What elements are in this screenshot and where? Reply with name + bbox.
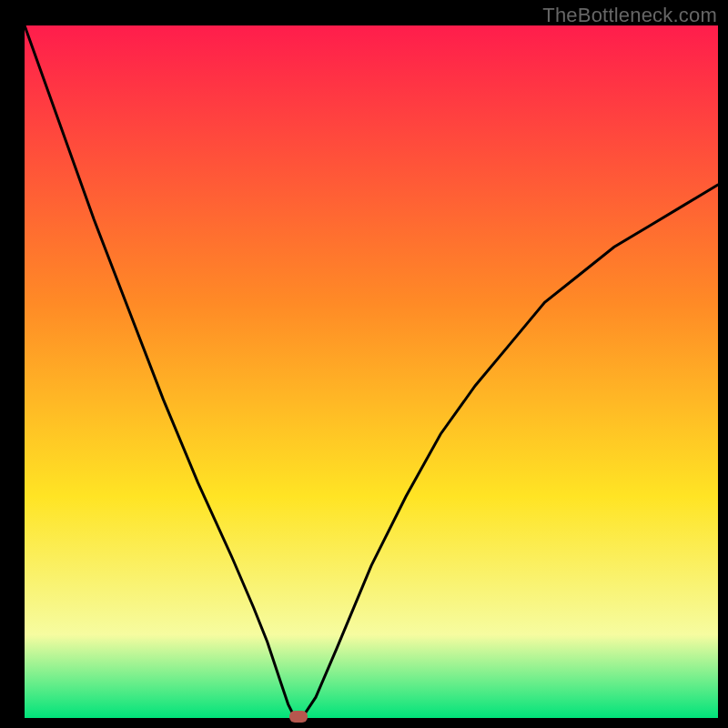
watermark-text: TheBottleneck.com xyxy=(542,4,717,27)
chart-frame: { "watermark": "TheBottleneck.com", "col… xyxy=(0,0,728,728)
bottleneck-chart xyxy=(0,0,728,728)
plot-background xyxy=(25,25,718,718)
optimal-marker xyxy=(289,711,308,723)
